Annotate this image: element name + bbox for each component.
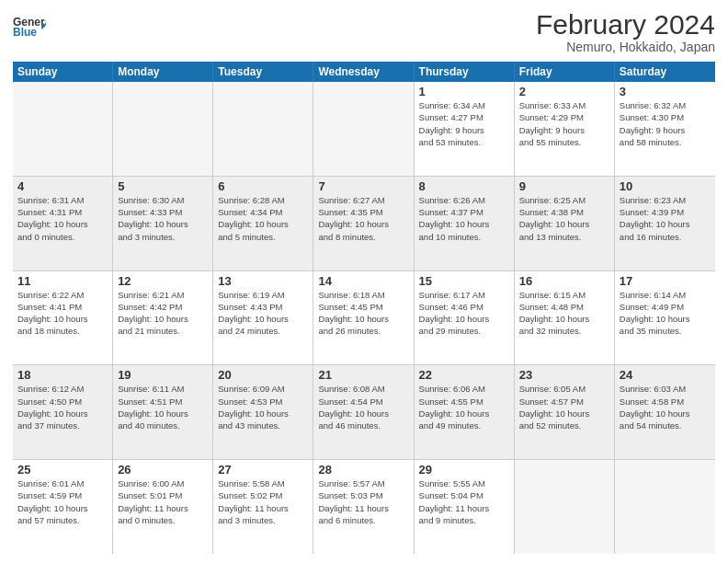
day-info: Sunrise: 6:21 AM Sunset: 4:42 PM Dayligh… [118, 289, 208, 338]
table-row: 5Sunrise: 6:30 AM Sunset: 4:33 PM Daylig… [113, 177, 213, 270]
week-row-3: 11Sunrise: 6:22 AM Sunset: 4:41 PM Dayli… [13, 271, 715, 366]
table-row: 23Sunrise: 6:05 AM Sunset: 4:57 PM Dayli… [515, 365, 615, 459]
table-row [615, 460, 715, 554]
table-row: 16Sunrise: 6:15 AM Sunset: 4:48 PM Dayli… [515, 271, 615, 365]
day-info: Sunrise: 6:32 AM Sunset: 4:30 PM Dayligh… [620, 99, 711, 148]
table-row: 20Sunrise: 6:09 AM Sunset: 4:53 PM Dayli… [213, 365, 313, 459]
header: General Blue February 2024 Nemuro, Hokka… [13, 9, 715, 54]
day-number: 10 [620, 179, 711, 193]
day-number: 29 [419, 463, 509, 477]
day-info: Sunrise: 6:12 AM Sunset: 4:50 PM Dayligh… [17, 383, 108, 431]
day-number: 22 [419, 368, 509, 382]
table-row: 2Sunrise: 6:33 AM Sunset: 4:29 PM Daylig… [515, 82, 615, 176]
day-number: 16 [519, 274, 609, 288]
table-row: 3Sunrise: 6:32 AM Sunset: 4:30 PM Daylig… [615, 82, 715, 176]
day-number: 24 [620, 368, 711, 382]
day-number: 15 [419, 274, 509, 288]
day-number: 21 [318, 368, 408, 382]
day-number: 26 [118, 463, 208, 477]
table-row: 26Sunrise: 6:00 AM Sunset: 5:01 PM Dayli… [113, 460, 213, 554]
day-number: 12 [118, 274, 208, 288]
day-number: 7 [318, 179, 408, 193]
day-info: Sunrise: 5:58 AM Sunset: 5:02 PM Dayligh… [218, 477, 308, 526]
day-info: Sunrise: 6:09 AM Sunset: 4:53 PM Dayligh… [218, 383, 308, 431]
day-number: 14 [318, 274, 408, 288]
day-info: Sunrise: 6:34 AM Sunset: 4:27 PM Dayligh… [419, 99, 509, 148]
day-info: Sunrise: 6:19 AM Sunset: 4:43 PM Dayligh… [218, 289, 308, 338]
table-row: 29Sunrise: 5:55 AM Sunset: 5:04 PM Dayli… [415, 460, 515, 554]
day-number: 25 [17, 463, 108, 477]
svg-text:Blue: Blue [13, 26, 37, 39]
table-row: 14Sunrise: 6:18 AM Sunset: 4:45 PM Dayli… [313, 271, 414, 365]
day-number: 5 [118, 179, 208, 193]
table-row: 9Sunrise: 6:25 AM Sunset: 4:38 PM Daylig… [515, 177, 615, 270]
table-row: 28Sunrise: 5:57 AM Sunset: 5:03 PM Dayli… [313, 460, 414, 554]
page-container: General Blue February 2024 Nemuro, Hokka… [0, 0, 728, 563]
day-number: 11 [17, 274, 108, 288]
week-row-2: 4Sunrise: 6:31 AM Sunset: 4:31 PM Daylig… [13, 177, 715, 271]
header-saturday: Saturday [615, 62, 715, 82]
table-row: 6Sunrise: 6:28 AM Sunset: 4:34 PM Daylig… [213, 177, 313, 270]
table-row: 24Sunrise: 6:03 AM Sunset: 4:58 PM Dayli… [615, 365, 715, 459]
table-row: 8Sunrise: 6:26 AM Sunset: 4:37 PM Daylig… [415, 177, 515, 270]
table-row: 18Sunrise: 6:12 AM Sunset: 4:50 PM Dayli… [13, 365, 113, 459]
day-info: Sunrise: 6:17 AM Sunset: 4:46 PM Dayligh… [419, 289, 509, 338]
header-tuesday: Tuesday [213, 62, 313, 82]
table-row: 17Sunrise: 6:14 AM Sunset: 4:49 PM Dayli… [615, 271, 715, 365]
day-info: Sunrise: 6:00 AM Sunset: 5:01 PM Dayligh… [118, 477, 208, 526]
day-info: Sunrise: 6:11 AM Sunset: 4:51 PM Dayligh… [118, 383, 208, 431]
day-info: Sunrise: 5:55 AM Sunset: 5:04 PM Dayligh… [419, 477, 509, 526]
day-number: 9 [519, 179, 609, 193]
calendar-header: Sunday Monday Tuesday Wednesday Thursday… [13, 62, 715, 82]
table-row [313, 82, 414, 176]
week-row-4: 18Sunrise: 6:12 AM Sunset: 4:50 PM Dayli… [13, 365, 715, 460]
header-friday: Friday [515, 62, 615, 82]
day-number: 28 [318, 463, 408, 477]
day-number: 20 [218, 368, 308, 382]
day-number: 8 [419, 179, 509, 193]
table-row: 10Sunrise: 6:23 AM Sunset: 4:39 PM Dayli… [615, 177, 715, 270]
calendar-body: 1Sunrise: 6:34 AM Sunset: 4:27 PM Daylig… [13, 82, 715, 554]
table-row: 25Sunrise: 6:01 AM Sunset: 4:59 PM Dayli… [13, 460, 113, 554]
table-row: 4Sunrise: 6:31 AM Sunset: 4:31 PM Daylig… [13, 177, 113, 270]
day-info: Sunrise: 6:06 AM Sunset: 4:55 PM Dayligh… [419, 383, 509, 431]
table-row: 21Sunrise: 6:08 AM Sunset: 4:54 PM Dayli… [313, 365, 414, 459]
day-info: Sunrise: 6:18 AM Sunset: 4:45 PM Dayligh… [318, 289, 408, 338]
day-info: Sunrise: 6:30 AM Sunset: 4:33 PM Dayligh… [118, 194, 208, 243]
week-row-5: 25Sunrise: 6:01 AM Sunset: 4:59 PM Dayli… [13, 460, 715, 554]
table-row: 1Sunrise: 6:34 AM Sunset: 4:27 PM Daylig… [415, 82, 515, 176]
day-info: Sunrise: 6:26 AM Sunset: 4:37 PM Dayligh… [419, 194, 509, 243]
header-thursday: Thursday [415, 62, 515, 82]
table-row: 27Sunrise: 5:58 AM Sunset: 5:02 PM Dayli… [213, 460, 313, 554]
day-info: Sunrise: 6:31 AM Sunset: 4:31 PM Dayligh… [17, 194, 108, 243]
table-row: 15Sunrise: 6:17 AM Sunset: 4:46 PM Dayli… [415, 271, 515, 365]
logo-icon: General Blue [13, 9, 46, 42]
header-sunday: Sunday [13, 62, 113, 82]
day-info: Sunrise: 6:33 AM Sunset: 4:29 PM Dayligh… [519, 99, 609, 148]
day-info: Sunrise: 5:57 AM Sunset: 5:03 PM Dayligh… [318, 477, 408, 526]
day-info: Sunrise: 6:27 AM Sunset: 4:35 PM Dayligh… [318, 194, 408, 243]
table-row: 19Sunrise: 6:11 AM Sunset: 4:51 PM Dayli… [113, 365, 213, 459]
day-info: Sunrise: 6:15 AM Sunset: 4:48 PM Dayligh… [519, 289, 609, 338]
subtitle: Nemuro, Hokkaido, Japan [536, 40, 715, 54]
day-info: Sunrise: 6:22 AM Sunset: 4:41 PM Dayligh… [17, 289, 108, 338]
title-section: February 2024 Nemuro, Hokkaido, Japan [536, 9, 715, 54]
day-number: 17 [620, 274, 711, 288]
table-row [113, 82, 213, 176]
day-number: 1 [419, 85, 509, 98]
day-info: Sunrise: 6:14 AM Sunset: 4:49 PM Dayligh… [620, 289, 711, 338]
table-row: 11Sunrise: 6:22 AM Sunset: 4:41 PM Dayli… [13, 271, 113, 365]
table-row [13, 82, 113, 176]
header-monday: Monday [113, 62, 213, 82]
day-number: 19 [118, 368, 208, 382]
table-row [515, 460, 615, 554]
day-number: 2 [519, 85, 609, 98]
table-row: 22Sunrise: 6:06 AM Sunset: 4:55 PM Dayli… [415, 365, 515, 459]
logo: General Blue [13, 9, 46, 42]
day-info: Sunrise: 6:28 AM Sunset: 4:34 PM Dayligh… [218, 194, 308, 243]
day-info: Sunrise: 6:05 AM Sunset: 4:57 PM Dayligh… [519, 383, 609, 431]
day-info: Sunrise: 6:23 AM Sunset: 4:39 PM Dayligh… [620, 194, 711, 243]
day-number: 6 [218, 179, 308, 193]
table-row [213, 82, 313, 176]
day-info: Sunrise: 6:08 AM Sunset: 4:54 PM Dayligh… [318, 383, 408, 431]
